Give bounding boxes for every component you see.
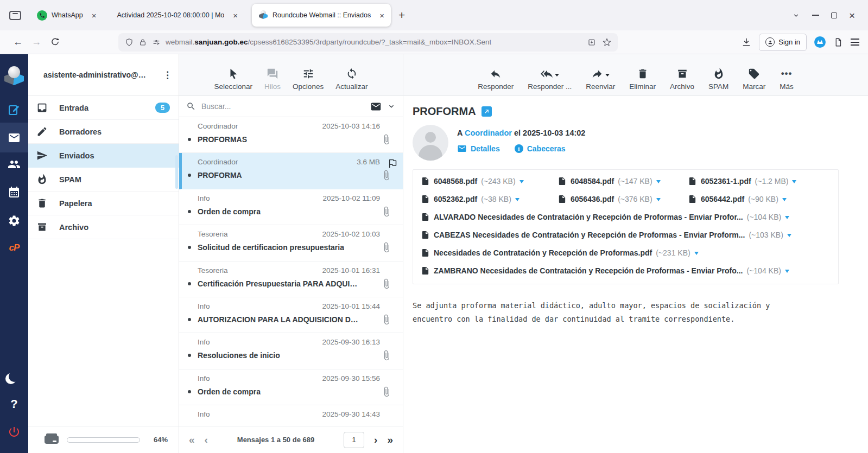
attachment-menu-caret-icon[interactable] [519,180,524,186]
spam-button[interactable]: SPAM [708,68,728,91]
help-button[interactable]: ? [0,397,28,411]
tab-actividad[interactable]: Actividad 2025-10-02 08:00:00 | Mo × [110,4,244,27]
message-list-item[interactable]: Info2025-09-30 14:43 [179,405,403,426]
list-all-tabs-icon[interactable] [792,11,800,20]
attachment-menu-caret-icon[interactable] [515,198,519,203]
options-button[interactable]: Opciones [293,68,324,91]
url-bar[interactable]: webmail.sanjuan.gob.ec/cpsess6168253395/… [118,33,618,52]
attachment-item[interactable]: ALVARADO Necesidades de Contratación y R… [421,212,831,222]
attachment-item[interactable]: 6052361-1.pdf(~1.2 MB) [688,176,831,186]
refresh-button[interactable]: Actualizar [335,68,368,91]
message-list-item[interactable]: Info2025-10-02 11:09 Orden de compra [179,189,403,225]
attachment-item[interactable]: 6048584.pdf(~147 KB) [557,176,688,186]
attachment-menu-caret-icon[interactable] [656,180,661,186]
dropdown-caret-icon[interactable] [555,74,559,79]
message-list-item[interactable]: Info2025-10-01 15:44 AUTORIZACION PARA L… [179,297,403,333]
message-list-item[interactable]: Tesoreria2025-10-02 10:03 Solicitud de c… [179,225,403,261]
attachment-item[interactable]: 6048568.pdf(~243 KB) [421,176,557,186]
account-header[interactable]: asistente-administrativo@… ⋮ [28,54,179,96]
message-list-item[interactable]: Info2025-09-30 16:13 Resoluciones de ini… [179,333,403,369]
attachment-menu-caret-icon[interactable] [787,234,791,239]
attachment-menu-caret-icon[interactable] [792,180,796,186]
tab-whatsapp[interactable]: WhatsApp × [30,4,103,27]
reply-all-button[interactable]: Responder ... [528,68,572,91]
message-list-item-selected[interactable]: Coordinador3.6 MB PROFORMA [179,153,403,189]
tab-close-icon[interactable]: × [92,11,97,20]
cpanel-button[interactable]: cP [0,243,28,253]
extension-icon-page[interactable] [833,37,843,47]
attachment-menu-caret-icon[interactable] [694,252,699,257]
select-button[interactable]: Seleccionar [214,68,253,91]
firefox-view-button[interactable] [5,7,25,23]
attachment-item[interactable]: 6056442.pdf(~90 KB) [688,194,831,204]
compose-button[interactable] [0,103,28,116]
account-menu-kebab-icon[interactable]: ⋮ [163,69,172,81]
new-tab-button[interactable]: + [398,9,405,22]
attachment-item[interactable]: CABEZAS Necesidades de Contratación y Re… [421,230,831,240]
menu-hamburger-icon[interactable] [851,39,859,46]
close-window-button[interactable]: × [849,10,855,21]
tab-close-icon[interactable]: × [233,11,238,20]
contacts-nav-button[interactable] [0,158,28,171]
folder-scrollbar-thumb[interactable] [175,155,178,189]
downloads-icon[interactable] [742,37,751,47]
permissions-icon[interactable] [152,38,161,47]
next-page-button[interactable]: › [374,435,377,445]
folder-enviados[interactable]: Enviados [28,144,179,168]
message-list-item[interactable]: Tesoreria2025-10-01 16:31 Certificación … [179,261,403,297]
folder-entrada[interactable]: Entrada 5 [28,96,179,120]
calendar-nav-button[interactable] [0,186,28,199]
bookmark-star-icon[interactable] [603,38,611,47]
attachment-item[interactable]: 6056436.pdf(~376 KB) [557,194,688,204]
folder-papelera[interactable]: Papelera [28,192,179,215]
settings-nav-button[interactable] [0,214,28,227]
save-page-icon[interactable] [587,38,596,47]
first-page-button[interactable]: « [189,435,195,445]
delete-button[interactable]: Eliminar [629,68,656,91]
more-button[interactable]: ••• Más [780,68,794,91]
folder-archivo[interactable]: Archivo [28,215,179,239]
mark-button[interactable]: Marcar [743,68,765,91]
open-in-new-window-button[interactable] [481,106,492,117]
logout-button[interactable] [0,425,28,438]
tab-roundcube[interactable]: Roundcube Webmail :: Enviados × [252,4,391,27]
minimize-button[interactable] [812,15,819,16]
page-number-input[interactable]: 1 [344,432,364,448]
message-list-item[interactable]: Info2025-09-30 15:56 Orden de compra [179,369,403,405]
extension-icon-blue[interactable] [814,36,826,48]
search-options-chevron-icon[interactable] [387,102,396,111]
attachment-item[interactable]: ZAMBRANO Necesidades de Contratación y R… [421,266,831,276]
details-toggle[interactable]: Detalles [457,144,500,154]
dropdown-caret-icon[interactable] [605,74,610,79]
scope-envelope-icon[interactable] [370,101,382,112]
threads-button[interactable]: Hilos [264,68,281,91]
search-input[interactable] [201,102,365,111]
attachment-item[interactable]: Necesidades de Contratación y Recepción … [421,248,831,258]
back-button[interactable]: ← [9,34,27,51]
lock-icon[interactable] [138,38,147,47]
shield-icon[interactable] [125,38,134,47]
prev-page-button[interactable]: ‹ [205,435,208,445]
roundcube-logo[interactable] [0,66,28,87]
message-list-item[interactable]: Coordinador2025-10-03 14:16 PROFORMAS [179,117,403,153]
archive-button[interactable]: Archivo [670,68,694,91]
tab-close-icon[interactable]: × [379,11,384,20]
forward-button[interactable]: → [27,34,46,51]
folder-borradores[interactable]: Borradores [28,120,179,144]
headers-toggle[interactable]: i Cabeceras [515,144,566,153]
attachment-menu-caret-icon[interactable] [656,198,661,203]
restore-button[interactable] [831,12,837,18]
sign-in-button[interactable]: Sign in [759,34,807,51]
attachment-menu-caret-icon[interactable] [782,198,787,203]
folder-spam[interactable]: SPAM [28,168,179,192]
attachment-menu-caret-icon[interactable] [785,270,789,275]
reload-button[interactable] [46,34,64,51]
attachment-menu-caret-icon[interactable] [785,216,789,221]
reply-button[interactable]: Responder [478,68,514,91]
dark-mode-button[interactable] [0,371,28,382]
mail-nav-button[interactable] [0,123,28,152]
forward-button[interactable]: Reenviar [586,68,615,91]
attachment-item[interactable]: 6052362.pdf(~38 KB) [421,194,557,204]
recipient-link[interactable]: Coordinador [465,129,512,137]
last-page-button[interactable]: » [387,435,393,445]
